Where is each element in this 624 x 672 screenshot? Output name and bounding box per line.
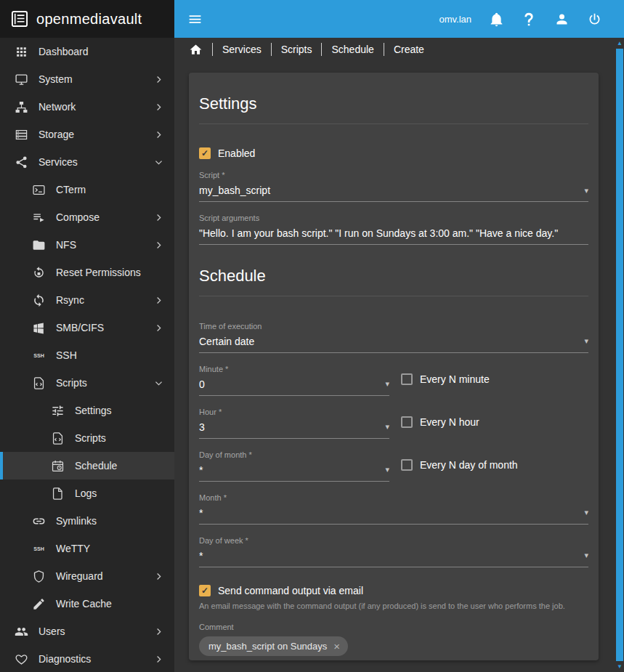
sidebar-item-scripts-schedule[interactable]: Schedule <box>0 452 174 479</box>
script-select[interactable]: my_bash_script ▾ <box>199 185 588 202</box>
script-icon <box>32 376 46 390</box>
users-icon <box>15 625 28 639</box>
help-icon[interactable] <box>522 12 537 27</box>
sidebar-item-network[interactable]: Network <box>0 93 174 121</box>
network-icon <box>15 100 28 114</box>
sidebar-item-ssh[interactable]: SSH <box>0 341 174 369</box>
sidebar-item-reset-permissions[interactable]: Reset Permissions <box>0 259 174 286</box>
sidebar-item-wetty[interactable]: WeTTY <box>0 535 174 562</box>
sidebar-item-services[interactable]: Services <box>0 148 174 176</box>
breadcrumb-item-scripts[interactable]: Scripts <box>271 43 322 56</box>
month-select[interactable]: * ▾ <box>199 507 588 525</box>
comment-field: Comment my_bash_script on Sundays × <box>199 623 588 660</box>
sidebar-item-scripts-scripts[interactable]: Scripts <box>0 424 174 452</box>
notifications-bell-icon[interactable] <box>489 12 504 27</box>
chevron-right-icon <box>153 295 164 306</box>
scroll-up-arrow-icon[interactable]: ▲ <box>615 38 624 49</box>
form-card: Settings ✓ Enabled Script * my_bash_scri… <box>189 73 599 660</box>
select-arrow-icon: ▾ <box>584 508 588 517</box>
hamburger-menu-icon[interactable] <box>187 12 203 27</box>
top-header-bar: omv.lan <box>174 0 615 38</box>
sidebar-item-diagnostics[interactable]: Diagnostics <box>0 645 174 672</box>
brand-title: openmediavault <box>36 11 142 28</box>
user-account-icon[interactable] <box>554 12 570 27</box>
monitor-icon <box>15 73 28 86</box>
select-arrow-icon: ▾ <box>584 336 588 346</box>
sync-icon <box>32 294 46 307</box>
breadcrumb-item-create[interactable]: Create <box>384 43 434 56</box>
sidebar-item-storage[interactable]: Storage <box>0 121 174 148</box>
share-icon <box>15 155 28 169</box>
storage-icon <box>15 128 28 142</box>
sidebar: openmediavault Dashboard System Network … <box>0 0 174 672</box>
breadcrumb-item-services[interactable]: Services <box>212 43 271 56</box>
link-icon <box>32 514 46 528</box>
comment-chip: my_bash_script on Sundays × <box>199 636 348 656</box>
vertical-scrollbar: ▲ ▼ <box>615 0 624 672</box>
sliders-icon <box>51 404 65 418</box>
script-icon <box>51 432 65 445</box>
day-of-week-select[interactable]: * ▾ <box>199 550 588 567</box>
sidebar-item-symlinks[interactable]: Symlinks <box>0 507 174 535</box>
settings-section-title: Settings <box>199 94 588 124</box>
time-of-execution-select[interactable]: Certain date ▾ <box>199 336 588 353</box>
send-email-checkbox[interactable]: ✓ Send command output via email <box>199 585 363 596</box>
scroll-down-arrow-icon[interactable]: ▼ <box>615 661 624 672</box>
topbar-actions: omv.lan <box>439 12 602 27</box>
chevron-down-icon <box>153 378 164 389</box>
hostname-label: omv.lan <box>439 14 471 25</box>
hour-row: Hour * 3 ▾ Every N hour <box>199 396 588 439</box>
select-arrow-icon: ▾ <box>385 422 389 432</box>
scrollbar-thumb[interactable] <box>616 49 623 661</box>
email-output-block: ✓ Send command output via email An email… <box>199 583 588 612</box>
folder-icon <box>32 238 46 252</box>
select-arrow-icon: ▾ <box>385 465 389 474</box>
chevron-right-icon <box>153 323 164 333</box>
hour-select[interactable]: 3 ▾ <box>199 421 389 439</box>
every-n-day-of-month-checkbox[interactable]: Every N day of month <box>401 459 518 471</box>
sidebar-item-nfs[interactable]: NFS <box>0 231 174 259</box>
comment-input[interactable]: my_bash_script on Sundays × <box>199 636 588 660</box>
select-arrow-icon: ▾ <box>584 551 588 560</box>
ssh-terminal-icon <box>32 542 46 556</box>
sidebar-item-write-cache[interactable]: Write Cache <box>0 590 174 618</box>
month-field: Month * * ▾ <box>199 493 588 525</box>
ssh-icon <box>32 349 46 363</box>
select-arrow-icon: ▾ <box>584 186 588 195</box>
home-icon[interactable] <box>189 43 203 57</box>
sidebar-item-cterm[interactable]: CTerm <box>0 176 174 203</box>
script-arguments-input[interactable]: "Hello. I am your bash script." "I run o… <box>199 227 588 245</box>
sidebar-item-dashboard[interactable]: Dashboard <box>0 38 174 65</box>
chip-remove-icon[interactable]: × <box>333 641 340 652</box>
power-icon[interactable] <box>587 12 602 27</box>
day-of-month-select[interactable]: * ▾ <box>199 464 389 482</box>
sidebar-item-scripts-logs[interactable]: Logs <box>0 479 174 507</box>
minute-select[interactable]: 0 ▾ <box>199 378 389 396</box>
scrollbar-header-cap <box>615 0 624 38</box>
sidebar-item-rsync[interactable]: Rsync <box>0 286 174 314</box>
chevron-right-icon <box>153 626 164 637</box>
every-n-minute-checkbox[interactable]: Every N minute <box>401 373 490 385</box>
hour-field: Hour * 3 ▾ <box>199 408 389 439</box>
sidebar-item-system[interactable]: System <box>0 65 174 93</box>
breadcrumb-item-schedule[interactable]: Schedule <box>321 43 383 56</box>
sidebar-item-scripts[interactable]: Scripts <box>0 369 174 397</box>
document-icon <box>51 487 65 501</box>
sidebar-item-smb-cifs[interactable]: SMB/CIFS <box>0 314 174 341</box>
sidebar-item-wireguard[interactable]: Wireguard <box>0 562 174 590</box>
enabled-checkbox[interactable]: ✓ Enabled <box>199 147 588 159</box>
reset-lock-icon <box>32 266 46 280</box>
breadcrumb: Services Scripts Schedule Create <box>174 38 615 61</box>
app-root: openmediavault Dashboard System Network … <box>0 0 624 672</box>
sidebar-item-users[interactable]: Users <box>0 618 174 645</box>
time-of-execution-field: Time of execution Certain date ▾ <box>199 322 588 353</box>
checkbox-check-icon: ✓ <box>199 585 211 596</box>
checkbox-check-icon: ✓ <box>199 147 211 159</box>
day-of-month-field: Day of month * * ▾ <box>199 450 389 482</box>
sidebar-item-scripts-settings[interactable]: Settings <box>0 397 174 424</box>
chevron-right-icon <box>153 654 164 665</box>
sidebar-item-compose[interactable]: Compose <box>0 203 174 231</box>
day-of-week-field: Day of week * * ▾ <box>199 536 588 567</box>
script-arguments-field: Script arguments "Hello. I am your bash … <box>199 214 588 245</box>
every-n-hour-checkbox[interactable]: Every N hour <box>401 416 479 428</box>
